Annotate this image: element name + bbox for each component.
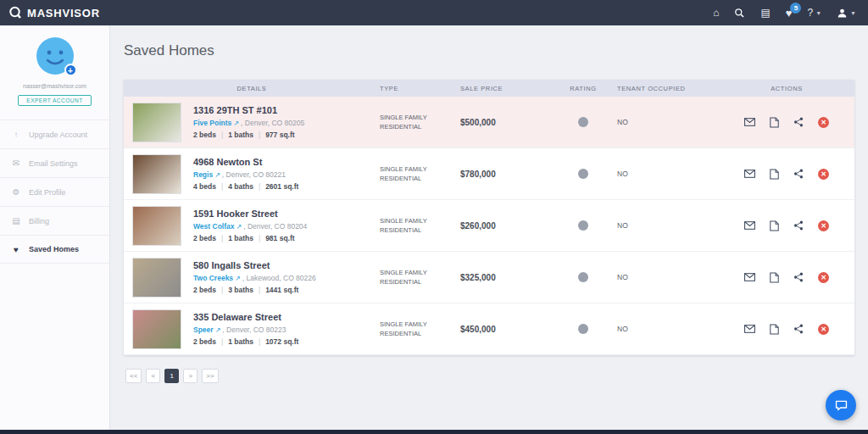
actions-cell: ✕ [719,117,854,128]
table-header-row: DETAILS TYPE SALE PRICE RATING TENANT OC… [124,80,854,97]
neighborhood-link[interactable]: West Colfax [193,222,235,231]
external-link-icon[interactable]: ↗ [233,120,239,127]
property-photo[interactable] [132,103,181,142]
header-details: DETAILS [124,85,380,92]
header-rating: RATING [549,85,617,92]
property-info: 1591 Hooker Street West Colfax↗, Denver,… [193,209,307,242]
external-link-icon[interactable]: ↗ [214,171,220,179]
home-icon[interactable]: ⌂ [713,7,719,19]
sidebar-menu: ↑ Upgrade Account ✉ Email Settings ⚙ Edi… [0,120,109,264]
bottom-strip [0,430,868,434]
property-photo[interactable] [132,258,181,298]
neighborhood-link[interactable]: Two Creeks [193,274,233,282]
help-icon: ? [807,7,813,19]
gear-icon: ⚙ [11,187,21,197]
property-details-cell: 580 Ingalls Street Two Creeks↗, Lakewood… [124,258,380,298]
property-details-cell: 335 Delaware Street Speer↗, Denver, CO 8… [124,309,380,349]
sidebar-item-label: Billing [29,217,49,225]
baths-count: 1 baths [216,234,253,242]
upgrade-icon: ↑ [11,130,21,139]
share-icon[interactable] [793,324,804,334]
sqft-value: 977 sq.ft [253,131,295,139]
chat-bubble[interactable] [826,390,856,420]
pdf-report-icon[interactable] [770,324,779,335]
property-address[interactable]: 1591 Hooker Street [193,209,307,219]
property-details-cell: 1316 29TH ST #101 Five Points↗, Denver, … [124,103,380,142]
reports-icon[interactable]: ▤ [760,7,770,19]
property-photo[interactable] [132,309,181,349]
sidebar-item-upgrade-account[interactable]: ↑ Upgrade Account [0,120,109,148]
property-address[interactable]: 580 Ingalls Street [193,260,316,270]
rating-cell [549,220,617,231]
share-icon[interactable] [793,220,804,231]
pdf-report-icon[interactable] [770,220,779,231]
pdf-report-icon[interactable] [770,272,779,283]
sidebar-item-edit-profile[interactable]: ⚙ Edit Profile [0,177,109,206]
tenant-occupied: NO [617,170,719,178]
email-report-icon[interactable] [744,170,755,178]
share-icon[interactable] [793,169,804,179]
email-report-icon[interactable] [744,118,755,126]
sqft-value: 981 sq.ft [253,234,295,242]
header-sale-price: SALE PRICE [460,85,549,92]
table-row: 580 Ingalls Street Two Creeks↗, Lakewood… [124,252,854,303]
property-stats: 2 beds1 baths981 sq.ft [193,234,307,242]
sidebar-item-label: Upgrade Account [29,131,87,139]
external-link-icon[interactable]: ↗ [215,326,221,334]
actions-cell: ✕ [719,324,854,335]
brand-logo[interactable]: MASHVISOR [8,6,100,19]
delete-icon[interactable]: ✕ [818,324,829,335]
sidebar-item-saved-homes[interactable]: ♥ Saved Homes [0,235,109,264]
property-address[interactable]: 1316 29TH ST #101 [193,105,304,115]
baths-count: 4 baths [216,182,253,191]
share-icon[interactable] [793,117,804,127]
external-link-icon[interactable]: ↗ [235,275,241,282]
search-icon[interactable] [734,8,745,19]
sidebar-item-billing[interactable]: ▤ Billing [0,206,109,235]
property-type: SINGLE FAMILY RESIDENTIAL [380,164,460,184]
envelope-icon: ✉ [11,159,21,168]
header-tenant-occupied: TENANT OCCUPIED [617,85,719,92]
help-menu[interactable]: ? ▼ [807,7,821,19]
pdf-report-icon[interactable] [770,169,779,180]
mashvisor-logo-icon [8,6,22,19]
city-state-zip: , Lakewood, CO 80226 [242,274,316,282]
external-link-icon[interactable]: ↗ [236,223,242,231]
email-report-icon[interactable] [744,273,755,281]
delete-icon[interactable]: ✕ [818,117,829,128]
saved-homes-heart-icon[interactable]: ♥ 5 [786,7,793,19]
neighborhood-link[interactable]: Speer [193,326,214,334]
neighborhood-link[interactable]: Regis [193,170,213,179]
property-location: Regis↗, Denver, CO 80221 [193,170,298,179]
sqft-value: 2601 sq.ft [253,182,298,191]
property-location: Two Creeks↗, Lakewood, CO 80226 [193,274,316,282]
delete-icon[interactable]: ✕ [818,220,829,231]
property-photo[interactable] [132,206,181,246]
pagination-last[interactable]: >> [202,369,218,383]
email-report-icon[interactable] [744,325,755,333]
pagination-prev[interactable]: < [146,369,160,383]
property-details-cell: 4968 Newton St Regis↗, Denver, CO 80221 … [124,154,380,194]
property-stats: 4 beds4 baths2601 sq.ft [193,182,298,191]
avatar[interactable]: + [36,36,75,75]
beds-count: 2 beds [193,131,216,139]
property-address[interactable]: 335 Delaware Street [193,312,298,322]
pdf-report-icon[interactable] [770,117,779,128]
user-menu[interactable]: ▼ [837,8,856,19]
pagination-page-1[interactable]: 1 [164,369,179,383]
city-state-zip: , Denver, CO 80221 [222,170,286,179]
sidebar-item-email-settings[interactable]: ✉ Email Settings [0,148,109,177]
property-address[interactable]: 4968 Newton St [193,157,298,167]
email-report-icon[interactable] [744,221,755,230]
property-photo[interactable] [132,154,181,194]
add-avatar-icon[interactable]: + [64,64,77,76]
share-icon[interactable] [793,272,804,282]
property-info: 335 Delaware Street Speer↗, Denver, CO 8… [193,312,298,346]
delete-icon[interactable]: ✕ [818,272,829,283]
delete-icon[interactable]: ✕ [818,169,829,180]
pagination-next[interactable]: > [183,369,198,383]
pagination-first[interactable]: << [125,369,142,383]
neighborhood-link[interactable]: Five Points [193,119,231,127]
chevron-down-icon: ▼ [850,10,856,16]
tenant-occupied: NO [617,118,719,126]
